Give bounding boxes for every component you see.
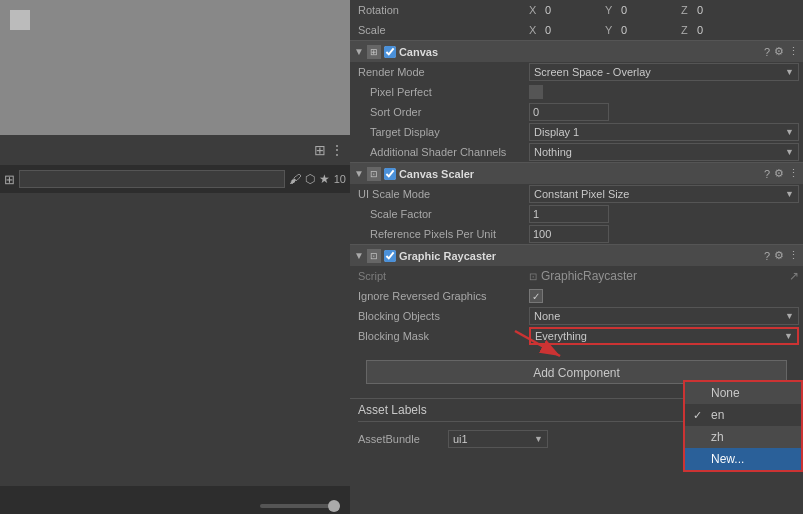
target-display-dropdown[interactable]: Display 1 ▼ (529, 123, 799, 141)
layer-icon[interactable]: ⊞ (4, 172, 15, 187)
canvas-scaler-title: Canvas Scaler (399, 168, 761, 180)
popup-item-new[interactable]: New... (685, 448, 801, 470)
graphic-raycaster-menu-icon[interactable]: ⋮ (788, 249, 799, 262)
popup-en-label: en (711, 408, 724, 422)
canvas-scaler-enabled-checkbox[interactable] (384, 168, 396, 180)
preview-icon-2: ⋮ (330, 142, 344, 158)
sort-order-label: Sort Order (354, 106, 529, 118)
scale-z-label: Z (681, 24, 693, 36)
target-display-label: Target Display (354, 126, 529, 138)
target-display-text: Display 1 (534, 126, 579, 138)
script-value: ⊡ GraphicRaycaster ↗ (529, 269, 799, 283)
target-display-row: Target Display Display 1 ▼ (350, 122, 803, 142)
ignore-reversed-label: Ignore Reversed Graphics (354, 290, 529, 302)
canvas-enabled-checkbox[interactable] (384, 46, 396, 58)
popup-item-none[interactable]: None (685, 382, 801, 404)
ignore-reversed-checkbox[interactable]: ✓ (529, 289, 543, 303)
canvas-scaler-settings-icon[interactable]: ⚙ (774, 167, 784, 180)
asset-bundle-dropdown[interactable]: ui1 ▼ (448, 430, 548, 448)
rotation-label: Rotation (354, 4, 529, 16)
blocking-objects-row: Blocking Objects None ▼ (350, 306, 803, 326)
scale-factor-input[interactable] (529, 205, 609, 223)
asset-bundle-label: AssetBundle (358, 433, 448, 445)
zoom-slider[interactable] (260, 504, 340, 508)
rotation-row: Rotation X Y Z (350, 0, 803, 20)
additional-shader-dropdown[interactable]: Nothing ▼ (529, 143, 799, 161)
canvas-scaler-component-icon: ⊡ (367, 167, 381, 181)
ui-scale-mode-row: UI Scale Mode Constant Pixel Size ▼ (350, 184, 803, 204)
scale-y-input[interactable] (619, 23, 679, 37)
blocking-mask-arrow-icon: ▼ (784, 331, 793, 341)
graphic-raycaster-enabled-checkbox[interactable] (384, 250, 396, 262)
ref-pixels-input[interactable] (529, 225, 609, 243)
blocking-mask-value: Everything ▼ (529, 327, 799, 345)
blocking-mask-label: Blocking Mask (354, 330, 529, 342)
canvas-scaler-help-icon[interactable]: ? (764, 168, 770, 180)
ui-scale-mode-value: Constant Pixel Size ▼ (529, 185, 799, 203)
asset-toolbar: ⊞ 🖌 ⬡ ★ 10 (0, 165, 350, 193)
graphic-raycaster-section-header[interactable]: ▼ ⊡ Graphic Raycaster ? ⚙ ⋮ (350, 244, 803, 266)
ui-scale-mode-arrow-icon: ▼ (785, 189, 794, 199)
render-mode-value: Screen Space - Overlay ▼ (529, 63, 799, 81)
sort-order-input[interactable] (529, 103, 609, 121)
blocking-objects-label: Blocking Objects (354, 310, 529, 322)
preview-icons: ⊞ ⋮ (0, 135, 350, 165)
ui-scale-mode-dropdown[interactable]: Constant Pixel Size ▼ (529, 185, 799, 203)
sort-order-value (529, 103, 799, 121)
canvas-scaler-menu-icon[interactable]: ⋮ (788, 167, 799, 180)
popup-new-label: New... (711, 452, 744, 466)
script-edit-icon[interactable]: ↗ (789, 269, 799, 283)
ui-scale-mode-text: Constant Pixel Size (534, 188, 629, 200)
scale-x-input[interactable] (543, 23, 603, 37)
rotation-value: X Y Z (529, 3, 799, 17)
ref-pixels-row: Reference Pixels Per Unit (350, 224, 803, 244)
scale-z-input[interactable] (695, 23, 755, 37)
popup-item-en[interactable]: ✓ en (685, 404, 801, 426)
canvas-settings-icon[interactable]: ⚙ (774, 45, 784, 58)
scale-xyz: X Y Z (529, 23, 799, 37)
canvas-scaler-section-icons: ? ⚙ ⋮ (764, 167, 799, 180)
graphic-raycaster-title: Graphic Raycaster (399, 250, 761, 262)
graphic-raycaster-component-icon: ⊡ (367, 249, 381, 263)
count-badge: 10 (334, 173, 346, 185)
canvas-scaler-arrow-icon: ▼ (354, 168, 364, 179)
blocking-mask-dropdown[interactable]: Everything ▼ (529, 327, 799, 345)
render-mode-dropdown[interactable]: Screen Space - Overlay ▼ (529, 63, 799, 81)
paint-icon[interactable]: 🖌 (289, 172, 301, 186)
left-panel: ⊞ ⋮ ⊞ 🖌 ⬡ ★ 10 (0, 0, 350, 514)
rotation-z-label: Z (681, 4, 693, 16)
graphic-raycaster-help-icon[interactable]: ? (764, 250, 770, 262)
pixel-perfect-checkbox[interactable] (529, 85, 543, 99)
canvas-menu-icon[interactable]: ⋮ (788, 45, 799, 58)
star-icon[interactable]: ★ (319, 172, 330, 186)
popup-en-check-icon: ✓ (693, 409, 705, 422)
graphic-raycaster-arrow-icon: ▼ (354, 250, 364, 261)
script-label: Script (354, 270, 529, 282)
canvas-title: Canvas (399, 46, 761, 58)
ref-pixels-label: Reference Pixels Per Unit (354, 228, 529, 240)
canvas-component-icon: ⊞ (367, 45, 381, 59)
additional-shader-value: Nothing ▼ (529, 143, 799, 161)
rotation-y-input[interactable] (619, 3, 679, 17)
popup-none-label: None (711, 386, 740, 400)
preview-icon-1: ⊞ (314, 142, 326, 158)
target-display-value: Display 1 ▼ (529, 123, 799, 141)
pixel-perfect-row: Pixel Perfect (350, 82, 803, 102)
graphic-raycaster-settings-icon[interactable]: ⚙ (774, 249, 784, 262)
blocking-objects-dropdown[interactable]: None ▼ (529, 307, 799, 325)
canvas-help-icon[interactable]: ? (764, 46, 770, 58)
additional-shader-label: Additional Shader Channels (354, 146, 529, 158)
canvas-section-header[interactable]: ▼ ⊞ Canvas ? ⚙ ⋮ (350, 40, 803, 62)
script-row: Script ⊡ GraphicRaycaster ↗ (350, 266, 803, 286)
script-name: GraphicRaycaster (541, 269, 637, 283)
rotation-x-input[interactable] (543, 3, 603, 17)
popup-item-zh[interactable]: zh (685, 426, 801, 448)
blocking-mask-text: Everything (535, 330, 587, 342)
asset-bundle-text: ui1 (453, 433, 468, 445)
tag-icon[interactable]: ⬡ (305, 172, 315, 186)
render-mode-arrow-icon: ▼ (785, 67, 794, 77)
ignore-reversed-check-icon: ✓ (532, 291, 540, 302)
canvas-scaler-section-header[interactable]: ▼ ⊡ Canvas Scaler ? ⚙ ⋮ (350, 162, 803, 184)
scale-value: X Y Z (529, 23, 799, 37)
rotation-z-input[interactable] (695, 3, 755, 17)
